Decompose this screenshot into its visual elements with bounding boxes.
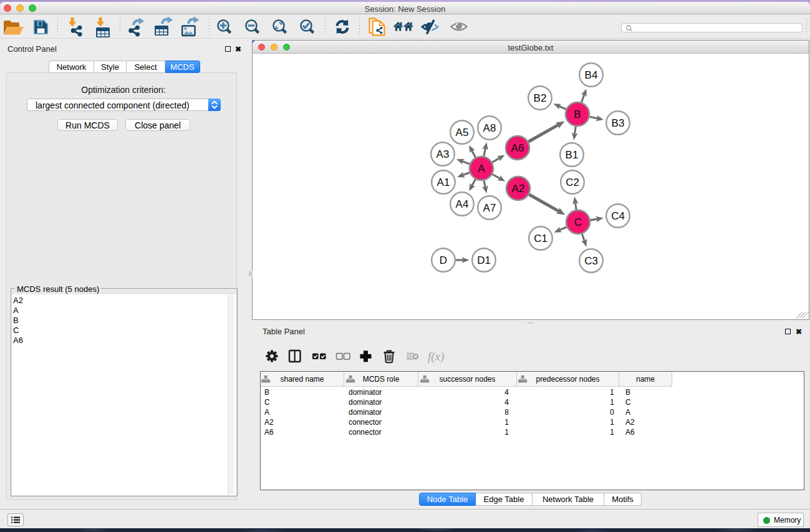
svg-text:A6: A6 [511,142,524,154]
svg-text:C4: C4 [611,210,625,222]
svg-text:A1: A1 [437,177,450,188]
svg-text:C3: C3 [584,255,598,267]
svg-text:C2: C2 [566,177,579,188]
svg-text:D1: D1 [477,254,491,266]
svg-text:A3: A3 [436,148,450,160]
svg-text:D: D [440,254,447,266]
svg-text:B: B [574,109,581,120]
svg-text:A7: A7 [483,202,496,214]
svg-text:A: A [478,163,485,175]
svg-text:C: C [574,216,582,228]
svg-text:A5: A5 [456,127,469,138]
svg-text:A8: A8 [483,122,496,134]
svg-text:B1: B1 [566,149,579,161]
svg-text:A4: A4 [456,198,469,210]
svg-text:B3: B3 [612,117,625,129]
svg-text:B2: B2 [534,92,547,104]
svg-text:f(x): f(x) [428,350,444,364]
svg-text:C1: C1 [534,233,547,244]
svg-text:B4: B4 [585,69,598,81]
svg-text:A2: A2 [512,183,525,195]
